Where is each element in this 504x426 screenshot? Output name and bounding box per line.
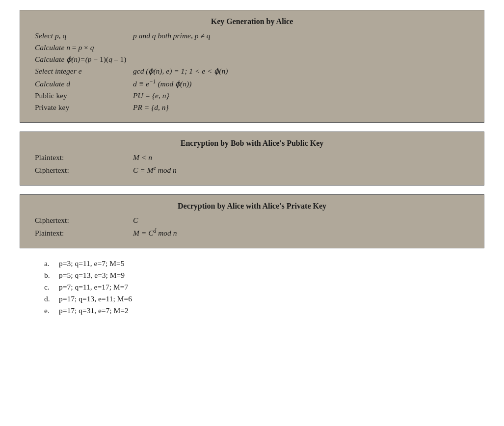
list-letter: b. xyxy=(44,271,59,280)
panel-row: Select integer e gcd (ϕ(n), e) = 1; 1 < … xyxy=(35,66,469,76)
list-item: b. p=5; q=13, e=3; M=9 xyxy=(44,271,484,280)
list-item: e. p=17; q=31, e=7; M=2 xyxy=(44,306,484,315)
ciphertext-label: Ciphertext: xyxy=(35,216,133,225)
decryption-panel: Decryption by Alice with Alice's Private… xyxy=(20,194,484,248)
row-value: C xyxy=(133,216,469,225)
panel-row: Plaintext: M < n xyxy=(35,153,469,162)
panel-row: Calculate n = p × q xyxy=(35,43,469,53)
encryption-title: Encryption by Bob with Alice's Public Ke… xyxy=(35,139,469,148)
list-text: p=3; q=11, e=7; M=5 xyxy=(59,259,124,268)
public-key-label: Public key xyxy=(35,91,133,100)
row-label: Calculate n = p × q xyxy=(35,43,133,52)
row-label: Calculate d xyxy=(35,80,133,88)
row-value: d ≡ e−1 (mod ϕ(n)) xyxy=(133,79,469,88)
row-label: Select p, q xyxy=(35,31,133,40)
list-text: p=5; q=13, e=3; M=9 xyxy=(59,271,125,280)
key-generation-panel: Key Generation by Alice Select p, q p an… xyxy=(20,10,484,123)
plaintext-label: Plaintext: xyxy=(35,229,133,238)
row-value: gcd (ϕ(n), e) = 1; 1 < e < ϕ(n) xyxy=(133,67,469,76)
list-letter: a. xyxy=(44,259,59,268)
plaintext-label: Plaintext: xyxy=(35,153,133,162)
list-item: c. p=7; q=11, e=17; M=7 xyxy=(44,283,484,292)
list-letter: c. xyxy=(44,283,59,292)
panel-row: Select p, q p and q both prime, p ≠ q xyxy=(35,31,469,41)
panel-row: Ciphertext: C = Me mod n xyxy=(35,164,469,175)
panel-row: Ciphertext: C xyxy=(35,215,469,225)
decryption-title: Decryption by Alice with Alice's Private… xyxy=(35,202,469,211)
panel-row: Calculate d d ≡ e−1 (mod ϕ(n)) xyxy=(35,78,469,89)
row-value: PR = {d, n} xyxy=(133,103,469,112)
encryption-panel: Encryption by Bob with Alice's Public Ke… xyxy=(20,132,484,186)
row-label: Select integer e xyxy=(35,67,133,76)
list-text: p=17; q=13, e=11; M=6 xyxy=(59,294,132,303)
list-letter: d. xyxy=(44,294,59,303)
problem-list: a. p=3; q=11, e=7; M=5 b. p=5; q=13, e=3… xyxy=(20,259,484,315)
private-key-label: Private key xyxy=(35,103,133,112)
list-letter: e. xyxy=(44,306,59,315)
panel-row: Plaintext: M = Cd mod n xyxy=(35,227,469,238)
list-text: p=17; q=31, e=7; M=2 xyxy=(59,306,129,315)
row-value: C = Me mod n xyxy=(133,165,469,175)
row-label: Calculate ϕ(n)=(p − 1)(q – 1) xyxy=(35,55,133,64)
panel-row: Calculate ϕ(n)=(p − 1)(q – 1) xyxy=(35,54,469,64)
row-value: p and q both prime, p ≠ q xyxy=(133,31,469,40)
list-item: d. p=17; q=13, e=11; M=6 xyxy=(44,294,484,303)
key-generation-title: Key Generation by Alice xyxy=(35,17,469,26)
row-value: M = Cd mod n xyxy=(133,228,469,238)
list-item: a. p=3; q=11, e=7; M=5 xyxy=(44,259,484,268)
row-value: M < n xyxy=(133,153,469,162)
row-value: PU = {e, n} xyxy=(133,91,469,100)
ciphertext-label: Ciphertext: xyxy=(35,166,133,175)
panel-row: Private key PR = {d, n} xyxy=(35,103,469,112)
panel-row: Public key PU = {e, n} xyxy=(35,91,469,101)
list-text: p=7; q=11, e=17; M=7 xyxy=(59,283,128,292)
